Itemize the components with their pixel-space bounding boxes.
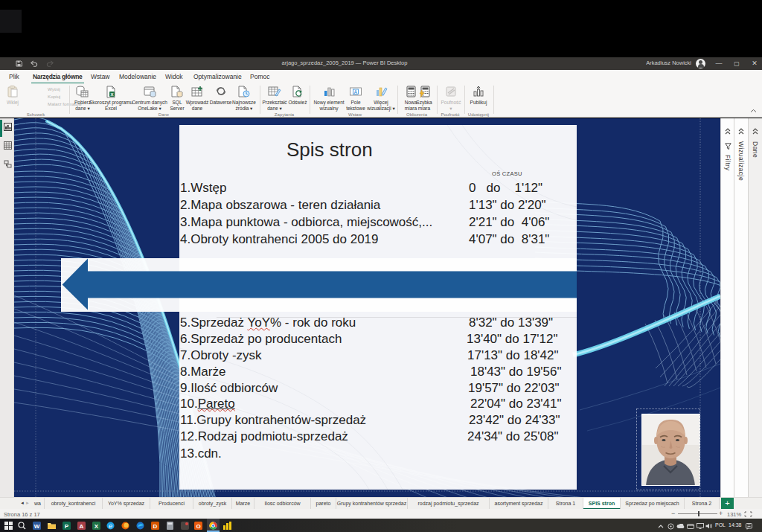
svg-text:W: W xyxy=(34,522,40,529)
svg-text:A: A xyxy=(354,89,358,94)
svg-text:O: O xyxy=(196,522,200,529)
svg-text:A: A xyxy=(80,522,84,529)
svg-text:X: X xyxy=(95,522,99,529)
svg-text:X: X xyxy=(110,92,113,97)
svg-text:D: D xyxy=(153,522,158,529)
svg-text:P: P xyxy=(65,522,69,529)
svg-text:e: e xyxy=(109,522,112,529)
